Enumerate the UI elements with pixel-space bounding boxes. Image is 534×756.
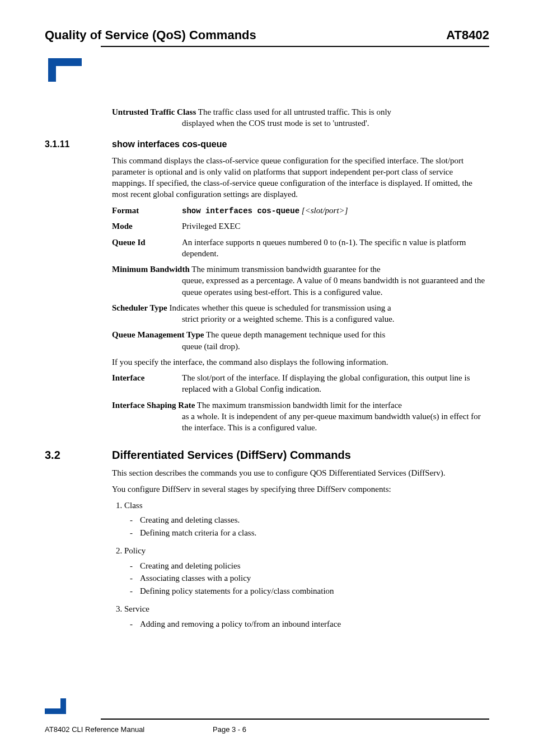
term: Minimum Bandwidth — [112, 265, 190, 274]
footer-manual-name: AT8402 CLI Reference Manual — [45, 725, 213, 734]
step-policy-assoc: Associating classes with a policy — [140, 572, 489, 585]
def-queue-management-type: Queue Management Type The queue depth ma… — [112, 329, 489, 352]
page-footer: AT8402 CLI Reference Manual Page 3 - 6 — [45, 692, 489, 734]
value-mode: Privileged EXEC — [182, 220, 489, 232]
label-interface: Interface — [112, 372, 182, 395]
term: Untrusted Traffic Class — [112, 107, 196, 116]
footer-logo — [45, 692, 72, 714]
section-title: show interfaces cos-queue — [112, 139, 227, 149]
step-policy: Policy Creating and deleting policies As… — [124, 544, 489, 597]
section-3-1-11-heading: 3.1.11 show interfaces cos-queue — [45, 139, 489, 149]
label-mode: Mode — [112, 220, 182, 232]
label-format: Format — [112, 205, 182, 217]
row-mode: Mode Privileged EXEC — [112, 220, 489, 232]
def-interface-shaping-rate: Interface Shaping Rate The maximum trans… — [112, 400, 489, 434]
row-queue-id: Queue Id An interface supports n queues … — [112, 237, 489, 260]
def-scheduler-type: Scheduler Type Indicates whether this qu… — [112, 302, 489, 325]
step-class-create: Creating and deleting classes. — [140, 514, 489, 527]
section-title: Differentiated Services (DiffServ) Comma… — [112, 449, 351, 462]
step-policy-create: Creating and deleting policies — [140, 560, 489, 572]
step-service: Service Adding and removing a policy to/… — [124, 603, 489, 630]
step-policy-define: Defining policy statements for a policy/… — [140, 585, 489, 598]
def-minimum-bandwidth: Minimum Bandwidth The minimum transmissi… — [112, 264, 489, 298]
footer-rule — [101, 719, 489, 720]
value-interface: The slot/port of the interface. If displ… — [182, 372, 489, 395]
row-format: Format show interfaces cos-queue [<slot/… — [112, 205, 489, 217]
format-arg: [<slot/port>] — [299, 206, 348, 215]
value-queue-id: An interface supports n queues numbered … — [182, 237, 489, 260]
brand-logo — [48, 58, 91, 90]
term: Scheduler Type — [112, 303, 167, 312]
footer-page-number: Page 3 - 6 — [213, 725, 246, 734]
label-queue-id: Queue Id — [112, 237, 182, 260]
term: Interface Shaping Rate — [112, 401, 195, 410]
def-untrusted-traffic-class: Untrusted Traffic Class The traffic clas… — [112, 106, 489, 129]
diffserv-p1: This section describes the commands you … — [112, 467, 489, 478]
row-interface: Interface The slot/port of the interface… — [112, 372, 489, 395]
step-class-match: Defining match criteria for a class. — [140, 527, 489, 539]
diffserv-p2: You configure DiffServ in several stages… — [112, 483, 489, 495]
term: Queue Management Type — [112, 330, 204, 339]
section-number: 3.2 — [45, 449, 112, 462]
header-left: Quality of Service (QoS) Commands — [45, 28, 256, 43]
page-header: Quality of Service (QoS) Commands AT8402 — [45, 28, 489, 46]
if-specify-note: If you specify the interface, the comman… — [112, 356, 489, 368]
diffserv-steps: Class Creating and deleting classes. Def… — [124, 499, 489, 631]
step-service-addremove: Adding and removing a policy to/from an … — [140, 618, 489, 631]
step-class: Class Creating and deleting classes. Def… — [124, 499, 489, 539]
intro-paragraph: This command displays the class-of-servi… — [112, 155, 489, 200]
format-command: show interfaces cos-queue — [182, 206, 299, 215]
header-rule — [101, 46, 489, 47]
section-number: 3.1.11 — [45, 139, 112, 149]
section-3-2-heading: 3.2 Differentiated Services (DiffServ) C… — [45, 449, 489, 462]
header-right: AT8402 — [446, 28, 489, 43]
